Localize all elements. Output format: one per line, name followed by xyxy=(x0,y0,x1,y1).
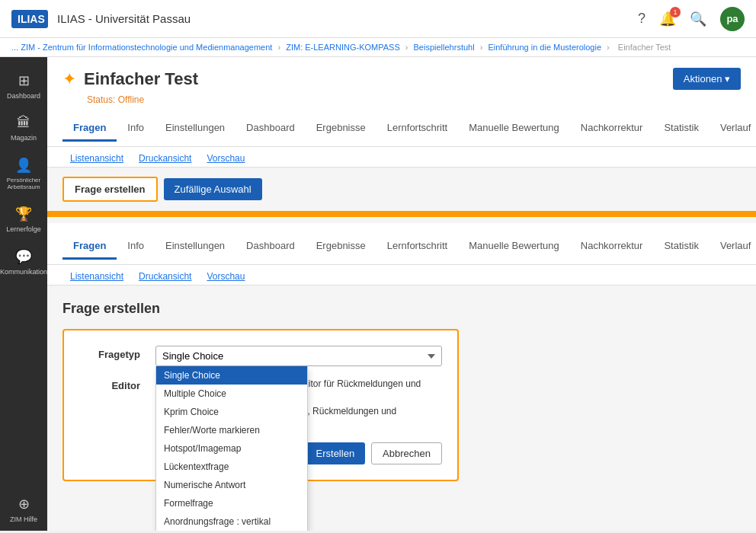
sidebar-item-label: Persönlicher Arbeitsraum xyxy=(0,177,47,190)
sidebar-item-zimhilfe[interactable]: ⊕ ZIM Hilfe xyxy=(0,488,47,531)
tab-verlauf[interactable]: Verlauf xyxy=(710,116,756,142)
sub-tabs-2: Listenansicht Druckansicht Vorschau xyxy=(47,265,756,286)
top-bar: ILIAS ILIAS - Universität Passau ? 🔔 1 🔍… xyxy=(0,0,756,38)
breadcrumb-current: Einfacher Test xyxy=(618,43,671,52)
sub-tab2-vorschau[interactable]: Vorschau xyxy=(199,268,252,285)
sidebar-item-arbeitsraum[interactable]: 👤 Persönlicher Arbeitsraum xyxy=(0,149,47,198)
sub-tab-druckansicht[interactable]: Druckansicht xyxy=(131,150,199,167)
breadcrumb-zim[interactable]: ... ZIM - Zentrum für Informationstechno… xyxy=(11,43,272,52)
editor-label: Editor xyxy=(79,377,140,391)
tab-fragen[interactable]: Fragen xyxy=(62,116,117,142)
tab2-ergebnisse[interactable]: Ergebnisse xyxy=(306,234,376,260)
star-icon: ✦ xyxy=(62,69,76,89)
lernerfolge-icon: 🏆 xyxy=(15,206,32,222)
page-title: ✦ Einfacher Test xyxy=(62,69,198,89)
page-header: ✦ Einfacher Test Aktionen ▾ Status: Offl… xyxy=(47,57,756,147)
fragetyp-label: Fragetyp xyxy=(79,346,140,360)
tab-dashboard[interactable]: Dashboard xyxy=(235,116,306,142)
fragetyp-control: Single Choice Single Choice Multiple Cho… xyxy=(155,346,442,366)
sub-tab2-listenansicht[interactable]: Listenansicht xyxy=(62,268,131,285)
notifications-icon[interactable]: 🔔 1 xyxy=(659,11,676,27)
dropdown-item-numerisch[interactable]: Numerische Antwort xyxy=(156,476,307,494)
avatar[interactable]: pa xyxy=(720,7,745,31)
sidebar-item-label: Kommunikation xyxy=(0,268,47,276)
tab2-nachkorrektur[interactable]: Nachkorrektur xyxy=(570,234,654,260)
tab-ergebnisse[interactable]: Ergebnisse xyxy=(306,116,376,142)
frage-erstellen-heading: Frage erstellen xyxy=(62,301,741,317)
magazin-icon: 🏛 xyxy=(17,115,30,131)
tab-lernfortschritt[interactable]: Lernfortschritt xyxy=(376,116,458,142)
zuf-auswahl-button[interactable]: Zufällige Auswahl xyxy=(164,178,262,200)
toolbar-first: Frage erstellen Zufällige Auswahl xyxy=(47,168,756,211)
sidebar-item-label: Magazin xyxy=(11,134,37,142)
sidebar-item-label: Dashboard xyxy=(7,92,40,100)
sub-tab2-druckansicht[interactable]: Druckansicht xyxy=(131,268,199,285)
status-label: Status: Offline xyxy=(87,94,741,105)
sidebar-item-label: Lernerfolge xyxy=(6,225,41,233)
sidebar-item-lernerfolge[interactable]: 🏆 Lernerfolge xyxy=(0,198,47,241)
dropdown-item-single-choice[interactable]: Single Choice xyxy=(156,366,307,385)
dropdown-item-anordnung-v[interactable]: Anordnungsfrage : vertikal xyxy=(156,512,307,531)
tab-manuelle[interactable]: Manuelle Bewertung xyxy=(458,116,570,142)
notification-badge: 1 xyxy=(670,7,681,18)
fragetyp-dropdown: Single Choice Multiple Choice Kprim Choi… xyxy=(155,366,308,531)
tab-info[interactable]: Info xyxy=(117,116,155,142)
arbeitsraum-icon: 👤 xyxy=(15,157,32,174)
sidebar-item-kommunikation[interactable]: 💬 Kommunikation xyxy=(0,241,47,283)
dashboard-icon: ⊞ xyxy=(18,72,30,89)
dropdown-item-kprim[interactable]: Kprim Choice xyxy=(156,403,307,421)
fragetyp-select[interactable]: Single Choice xyxy=(155,346,442,366)
sub-tab-listenansicht[interactable]: Listenansicht xyxy=(62,150,131,167)
main-layout: ⊞ Dashboard 🏛 Magazin 👤 Persönlicher Arb… xyxy=(0,57,756,531)
page-heading: Einfacher Test xyxy=(84,69,198,89)
frage-erstellen-button-top[interactable]: Frage erstellen xyxy=(62,177,158,202)
breadcrumb-elearning[interactable]: ZIM: E-LEARNING-KOMPASS xyxy=(286,43,400,52)
sub-tab-vorschau[interactable]: Vorschau xyxy=(199,150,252,167)
dropdown-item-formel[interactable]: Formelfrage xyxy=(156,494,307,512)
tab2-verlauf[interactable]: Verlauf xyxy=(710,234,756,260)
tab2-einstellungen[interactable]: Einstellungen xyxy=(155,234,235,260)
dropdown-item-multiple-choice[interactable]: Multiple Choice xyxy=(156,385,307,403)
page-title-row: ✦ Einfacher Test Aktionen ▾ xyxy=(62,68,741,90)
sidebar-item-magazin[interactable]: 🏛 Magazin xyxy=(0,107,47,149)
aktionen-button[interactable]: Aktionen ▾ xyxy=(673,68,741,90)
tab2-fragen[interactable]: Fragen xyxy=(62,234,117,260)
abbrechen-button[interactable]: Abbrechen xyxy=(371,442,442,464)
zimhilfe-icon: ⊕ xyxy=(18,496,30,512)
sidebar: ⊞ Dashboard 🏛 Magazin 👤 Persönlicher Arb… xyxy=(0,57,47,531)
breadcrumb: ... ZIM - Zentrum für Informationstechno… xyxy=(0,38,756,57)
fragetyp-row: Fragetyp Single Choice Single Choice Mul… xyxy=(79,346,442,366)
tab-einstellungen[interactable]: Einstellungen xyxy=(155,116,235,142)
help-icon[interactable]: ? xyxy=(638,11,645,27)
tab2-info[interactable]: Info xyxy=(117,234,155,260)
orange-divider xyxy=(47,211,756,217)
main-tabs-2: Fragen Info Einstellungen Dashboard Erge… xyxy=(62,223,741,264)
dropdown-item-hotspot[interactable]: Hotspot/Imagemap xyxy=(156,439,307,458)
top-bar-icons: ? 🔔 1 🔍 pa xyxy=(638,7,745,31)
app-title: ILIAS - Universität Passau xyxy=(57,12,629,25)
tab2-dashboard[interactable]: Dashboard xyxy=(235,234,306,260)
breadcrumb-einfuehrung[interactable]: Einführung in die Musterologie xyxy=(488,43,601,52)
search-icon[interactable]: 🔍 xyxy=(690,11,706,27)
frage-erstellen-section: Frage erstellen Fragetyp Single Choice S… xyxy=(47,286,756,496)
dropdown-item-luecken[interactable]: Lückentextfrage xyxy=(156,458,307,476)
sidebar-item-label: ZIM Hilfe xyxy=(10,515,37,523)
tab2-manuelle[interactable]: Manuelle Bewertung xyxy=(458,234,570,260)
tab2-lernfortschritt[interactable]: Lernfortschritt xyxy=(376,234,458,260)
content-area: ✦ Einfacher Test Aktionen ▾ Status: Offl… xyxy=(47,57,756,531)
sidebar-item-dashboard[interactable]: ⊞ Dashboard xyxy=(0,65,47,107)
tab-nachkorrektur[interactable]: Nachkorrektur xyxy=(570,116,654,142)
form-box: Fragetyp Single Choice Single Choice Mul… xyxy=(62,329,459,481)
second-section: Fragen Info Einstellungen Dashboard Erge… xyxy=(47,223,756,286)
dropdown-item-fehler[interactable]: Fehler/Worte markieren xyxy=(156,421,307,439)
tab-statistik[interactable]: Statistik xyxy=(653,116,710,142)
sub-tabs: Listenansicht Druckansicht Vorschau xyxy=(47,147,756,168)
main-tabs: Fragen Info Einstellungen Dashboard Erge… xyxy=(62,111,741,146)
breadcrumb-lehrstuhl[interactable]: Beispiellehrstuhl xyxy=(414,43,475,52)
erstellen-button[interactable]: Erstellen xyxy=(306,442,366,464)
ilias-logo: ILIAS xyxy=(11,10,48,28)
tab2-statistik[interactable]: Statistik xyxy=(653,234,710,260)
kommunikation-icon: 💬 xyxy=(15,248,32,265)
